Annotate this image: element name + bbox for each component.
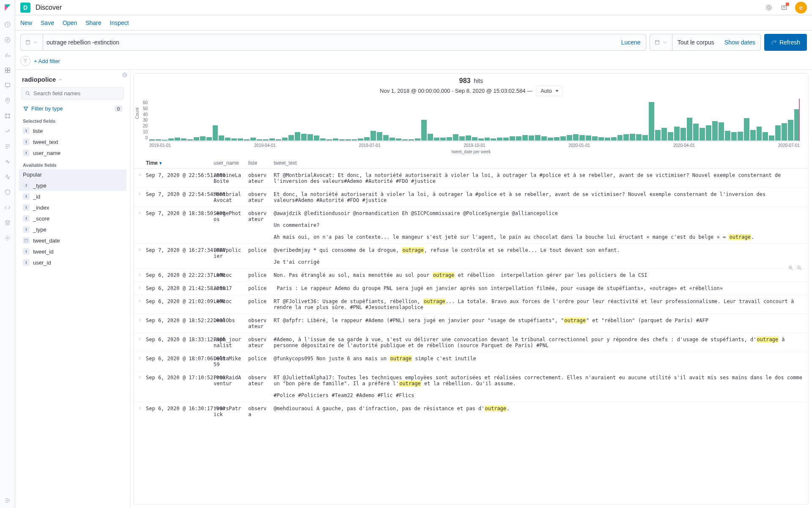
histogram-bar[interactable] (244, 139, 250, 141)
histogram-bar[interactable] (269, 138, 275, 141)
histogram-bar[interactable] (636, 134, 642, 141)
histogram-bar[interactable] (383, 135, 389, 141)
visualize-icon[interactable] (3, 51, 12, 59)
nav-open[interactable]: Open (63, 19, 77, 26)
histogram-bar[interactable] (478, 138, 484, 141)
col-liste[interactable]: liste (245, 157, 270, 169)
saved-query-menu[interactable] (21, 34, 43, 50)
histogram-bar[interactable] (149, 139, 155, 141)
query-lang[interactable]: Lucene (616, 39, 646, 46)
histogram-bar[interactable] (390, 138, 395, 141)
filter-menu-icon[interactable] (20, 56, 30, 66)
filter-by-type[interactable]: Filter by type 0 (19, 103, 126, 114)
table-row[interactable]: Sep 6, 2020 @ 18:33:12.000Raph_journalis… (134, 333, 808, 352)
histogram-bar[interactable] (586, 135, 591, 141)
histogram-bar[interactable] (674, 127, 680, 141)
histogram-bar[interactable] (472, 137, 477, 141)
histogram-bar[interactable] (320, 138, 326, 141)
histogram-bar[interactable] (700, 128, 705, 141)
field-tweet_date[interactable]: tweet_date (19, 235, 126, 246)
field-user_name[interactable]: tuser_name (19, 147, 126, 158)
histogram-bar[interactable] (231, 138, 237, 141)
histogram-bar[interactable] (617, 135, 623, 141)
expand-row[interactable] (134, 282, 143, 295)
expand-row[interactable] (134, 188, 143, 207)
histogram-bar[interactable] (333, 138, 338, 141)
field-search[interactable] (21, 87, 124, 99)
histogram-bar[interactable] (428, 134, 433, 141)
expand-row[interactable] (134, 244, 143, 269)
histogram-bar[interactable] (668, 132, 673, 141)
metrics-icon[interactable] (3, 127, 12, 135)
histogram-bar[interactable] (257, 139, 262, 141)
histogram-bar[interactable] (250, 138, 256, 141)
mgmt-icon[interactable] (3, 234, 12, 242)
histogram[interactable]: Count 6050403020100 2019-01-012019-04-01… (134, 99, 808, 149)
dev-icon[interactable] (3, 203, 12, 212)
histogram-bar[interactable] (554, 137, 560, 141)
index-pattern[interactable]: radiopolice (22, 76, 56, 83)
field-user_id[interactable]: tuser_id (19, 257, 126, 268)
histogram-bar[interactable] (573, 134, 579, 141)
expand-row[interactable] (134, 402, 143, 421)
table-row[interactable]: Sep 6, 2020 @ 18:07:06.000DeltaMike59pol… (134, 352, 808, 371)
interval-select[interactable]: Auto (536, 86, 562, 96)
histogram-bar[interactable] (579, 135, 585, 141)
histogram-bar[interactable] (738, 132, 743, 141)
histogram-bar[interactable] (396, 138, 401, 141)
sidebar-collapse-icon[interactable] (121, 72, 128, 78)
logs-icon[interactable] (3, 142, 12, 151)
field-search-input[interactable] (33, 90, 120, 97)
expand-row[interactable] (134, 371, 143, 402)
histogram-bar[interactable] (440, 138, 446, 141)
histogram-bar[interactable] (370, 131, 376, 141)
kibana-logo[interactable] (3, 3, 12, 12)
histogram-bar[interactable] (421, 120, 427, 141)
table-row[interactable]: Sep 7, 2020 @ 22:54:54.000MontbrialAvoca… (134, 188, 808, 207)
col-tweet[interactable]: tweet_text (270, 157, 808, 169)
apm-icon[interactable] (3, 157, 12, 166)
histogram-bar[interactable] (693, 124, 699, 141)
histogram-bar[interactable] (769, 135, 774, 141)
histogram-bar[interactable] (687, 118, 692, 141)
date-range[interactable]: Tout le corpus (672, 39, 719, 46)
histogram-bar[interactable] (358, 138, 363, 141)
histogram-bar[interactable] (282, 138, 288, 141)
canvas-icon[interactable] (3, 81, 12, 90)
histogram-bar[interactable] (219, 135, 224, 141)
histogram-bar[interactable] (162, 140, 167, 141)
histogram-bar[interactable] (288, 135, 294, 141)
recent-icon[interactable] (3, 20, 12, 29)
histogram-bar[interactable] (605, 138, 610, 141)
table-row[interactable]: Sep 6, 2020 @ 22:22:37.000LeMcocpoliceNo… (134, 269, 808, 282)
histogram-bar[interactable] (775, 125, 781, 141)
histogram-bar[interactable] (238, 138, 243, 141)
histogram-bar[interactable] (763, 132, 768, 141)
histogram-bar[interactable] (680, 128, 686, 141)
discover-icon[interactable] (3, 36, 12, 44)
field-liste[interactable]: tliste (19, 125, 126, 136)
histogram-bar[interactable] (503, 138, 509, 141)
histogram-bar[interactable] (567, 135, 572, 141)
expand-row[interactable] (134, 314, 143, 333)
field-_score[interactable]: t_score (19, 213, 126, 224)
histogram-bar[interactable] (307, 134, 313, 141)
histogram-bar[interactable] (326, 139, 332, 141)
histogram-bar[interactable] (434, 138, 439, 141)
table-row[interactable]: Sep 6, 2020 @ 18:52:22.000DealObsobserva… (134, 314, 808, 333)
histogram-bar[interactable] (535, 135, 540, 141)
dashboard-icon[interactable] (3, 66, 12, 75)
histogram-bar[interactable] (744, 118, 749, 141)
histogram-bar[interactable] (485, 138, 490, 141)
table-row[interactable]: Sep 6, 2020 @ 21:02:09.000LeMcocpoliceRT… (134, 295, 808, 314)
field-_type[interactable]: t_type (19, 180, 126, 191)
field-_id[interactable]: t_id (19, 191, 126, 202)
histogram-bar[interactable] (346, 139, 351, 141)
histogram-bar[interactable] (712, 121, 718, 141)
field-tweet_text[interactable]: ttweet_text (19, 136, 126, 147)
histogram-bar[interactable] (459, 136, 465, 141)
histogram-bar[interactable] (314, 135, 319, 141)
maps-icon[interactable] (3, 97, 12, 105)
histogram-bar[interactable] (415, 138, 420, 141)
histogram-bar[interactable] (213, 125, 218, 141)
